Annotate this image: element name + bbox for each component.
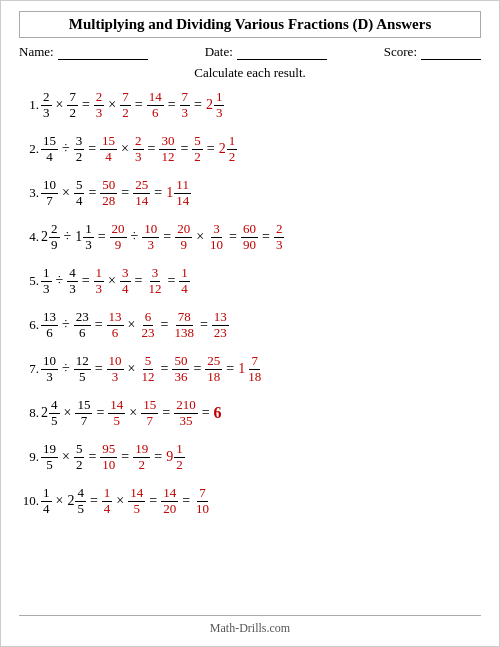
equals: =: [133, 97, 145, 113]
fraction: 29: [49, 222, 60, 252]
footer: Math-Drills.com: [19, 615, 481, 636]
page: Multiplying and Dividing Various Fractio…: [0, 0, 500, 647]
equals: =: [96, 229, 108, 245]
equals: =: [161, 229, 173, 245]
fraction: 1323: [212, 310, 229, 340]
problem-content: 195×52=9510=192=912: [41, 442, 481, 472]
problem-content: 14×245=14×145=1420=710: [41, 486, 481, 516]
equals: =: [166, 97, 178, 113]
mixed-number: 213: [206, 90, 225, 120]
fraction: 209: [110, 222, 127, 252]
operator: ÷: [129, 229, 141, 245]
operator: ÷: [62, 229, 74, 245]
problem-content: 103÷125=103×512=5036=2518=1718: [41, 354, 481, 384]
problem-content: 154÷32=154×23=3012=52=212: [41, 134, 481, 164]
fraction: 2518: [205, 354, 222, 384]
fraction: 13: [94, 266, 105, 296]
equals: =: [86, 449, 98, 465]
name-field: Name:: [19, 44, 148, 60]
fraction: 236: [74, 310, 91, 340]
header-row: Name: Date: Score:: [19, 44, 481, 60]
equals: =: [152, 185, 164, 201]
problem-content: 107×54=5028=2514=11114: [41, 178, 481, 208]
fraction: 12: [174, 442, 185, 472]
date-underline: [237, 46, 327, 60]
equals: =: [146, 141, 158, 157]
fraction: 12: [227, 134, 238, 164]
fraction: 136: [107, 310, 124, 340]
mixed-number: 245: [41, 398, 60, 428]
mixed-number: 245: [67, 486, 86, 516]
equals: =: [227, 229, 239, 245]
fraction: 5036: [172, 354, 189, 384]
equals: =: [94, 405, 106, 421]
fraction: 5028: [100, 178, 117, 208]
problem-row: 6.136÷236=136×623=78138=1323: [19, 306, 481, 344]
fraction: 157: [141, 398, 158, 428]
equals: =: [93, 361, 105, 377]
problem-number: 7.: [19, 361, 41, 377]
fraction: 195: [41, 442, 58, 472]
date-label: Date:: [205, 44, 233, 60]
operator: ×: [106, 273, 118, 289]
operator: ×: [60, 185, 72, 201]
fraction: 45: [49, 398, 60, 428]
fraction: 14: [41, 486, 52, 516]
fraction: 2514: [133, 178, 150, 208]
problem-row: 10.14×245=14×145=1420=710: [19, 482, 481, 520]
problem-number: 1.: [19, 97, 41, 113]
problem-number: 5.: [19, 273, 41, 289]
fraction: 209: [175, 222, 192, 252]
operator: ×: [194, 229, 206, 245]
equals: =: [159, 317, 171, 333]
fraction: 146: [147, 90, 164, 120]
problems-container: 1.23×72=23×72=146=73=2132.154÷32=154×23=…: [19, 86, 481, 609]
equals: =: [93, 317, 105, 333]
operator: ×: [114, 493, 126, 509]
fraction: 192: [133, 442, 150, 472]
fraction: 13: [41, 266, 52, 296]
equals: =: [191, 361, 203, 377]
fraction: 23: [274, 222, 285, 252]
fraction: 23: [133, 134, 144, 164]
problem-row: 4.229÷113=209÷103=209×310=6090=23: [19, 218, 481, 256]
equals: =: [200, 405, 212, 421]
equals: =: [260, 229, 272, 245]
fraction: 154: [41, 134, 58, 164]
problem-number: 4.: [19, 229, 41, 245]
whole-answer: 6: [214, 404, 222, 422]
fraction: 6090: [241, 222, 258, 252]
score-field: Score:: [384, 44, 481, 60]
mixed-number: 212: [219, 134, 238, 164]
fraction: 34: [120, 266, 131, 296]
fraction: 52: [192, 134, 203, 164]
problem-content: 13÷43=13×34=312=14: [41, 266, 481, 296]
mixed-number: 113: [75, 222, 94, 252]
equals: =: [88, 493, 100, 509]
problem-number: 6.: [19, 317, 41, 333]
equals: =: [80, 273, 92, 289]
fraction: 72: [67, 90, 78, 120]
fraction: 52: [74, 442, 85, 472]
problem-content: 229÷113=209÷103=209×310=6090=23: [41, 222, 481, 252]
equals: =: [119, 185, 131, 201]
equals: =: [198, 317, 210, 333]
mixed-number: 1718: [238, 354, 263, 384]
problem-row: 1.23×72=23×72=146=73=213: [19, 86, 481, 124]
fraction: 136: [41, 310, 58, 340]
mixed-number: 11114: [166, 178, 191, 208]
problem-row: 2.154÷32=154×23=3012=52=212: [19, 130, 481, 168]
equals: =: [192, 97, 204, 113]
fraction: 45: [75, 486, 86, 516]
equals: =: [205, 141, 217, 157]
fraction: 512: [140, 354, 157, 384]
problem-row: 8.245×157=145×157=21035=6: [19, 394, 481, 432]
mixed-number: 912: [166, 442, 185, 472]
equals: =: [165, 273, 177, 289]
fraction: 718: [246, 354, 263, 384]
score-underline: [421, 46, 481, 60]
fraction: 145: [128, 486, 145, 516]
operator: ×: [54, 493, 66, 509]
date-field: Date:: [205, 44, 327, 60]
operator: ×: [126, 317, 138, 333]
